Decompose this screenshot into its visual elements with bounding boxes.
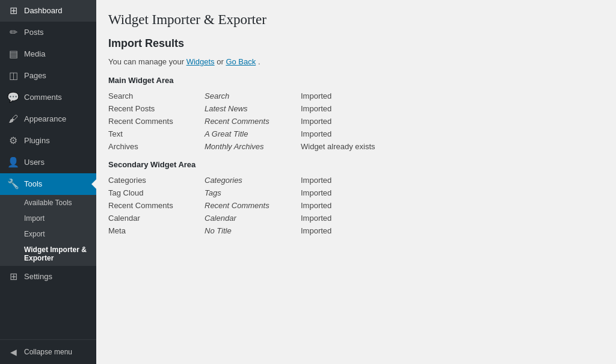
sidebar-item-dashboard[interactable]: ⊞ Dashboard <box>0 0 96 22</box>
settings-icon: ⊞ <box>7 271 19 283</box>
main-widget-table: SearchSearchImportedRecent PostsLatest N… <box>108 90 385 153</box>
sidebar-item-media[interactable]: ▤ Media <box>0 43 96 65</box>
widget-name: Recent Comments <box>205 115 301 128</box>
sidebar: ⊞ Dashboard ✏ Posts ▤ Media ◫ Pages 💬 Co… <box>0 0 96 364</box>
pages-icon: ◫ <box>7 70 19 82</box>
table-row: CategoriesCategoriesImported <box>108 174 385 187</box>
sidebar-item-label: Posts <box>24 27 44 38</box>
sidebar-item-label: Comments <box>24 92 62 103</box>
sidebar-item-users[interactable]: 👤 Users <box>0 152 96 173</box>
widget-name: Calendar <box>205 212 301 224</box>
table-row: Recent CommentsRecent CommentsImported <box>108 199 385 212</box>
widget-status: Imported <box>301 174 385 187</box>
sidebar-item-tools[interactable]: 🔧 Tools <box>0 173 96 195</box>
widget-type: Text <box>108 128 205 140</box>
submenu-available-tools[interactable]: Available Tools <box>0 195 96 211</box>
widget-type: Recent Comments <box>108 115 205 128</box>
widget-status: Imported <box>301 128 385 140</box>
widget-type: Recent Comments <box>108 199 205 212</box>
submenu-import[interactable]: Import <box>0 211 96 226</box>
widget-type: Meta <box>108 224 205 237</box>
dashboard-icon: ⊞ <box>7 5 19 17</box>
page-title: Widget Importer & Exporter <box>108 12 604 28</box>
widget-type: Calendar <box>108 212 205 224</box>
widget-status: Widget already exists <box>301 140 385 153</box>
posts-icon: ✏ <box>7 26 19 39</box>
table-row: MetaNo TitleImported <box>108 224 385 237</box>
widget-name: Categories <box>205 174 301 187</box>
sidebar-item-appearance[interactable]: 🖌 Appearance <box>0 108 96 130</box>
section-title: Import Results <box>108 37 604 50</box>
widget-status: Imported <box>301 115 385 128</box>
table-row: ArchivesMonthly ArchivesWidget already e… <box>108 140 385 153</box>
sidebar-item-label: Pages <box>24 70 46 81</box>
widget-type: Archives <box>108 140 205 153</box>
table-row: Tag CloudTagsImported <box>108 187 385 199</box>
widget-status: Imported <box>301 187 385 199</box>
sidebar-item-posts[interactable]: ✏ Posts <box>0 22 96 43</box>
widget-status: Imported <box>301 212 385 224</box>
tools-icon: 🔧 <box>7 178 19 190</box>
intro-suffix: . <box>258 57 260 66</box>
widget-status: Imported <box>301 102 385 115</box>
table-row: TextA Great TitleImported <box>108 128 385 140</box>
sidebar-item-label: Plugins <box>24 135 50 146</box>
widget-type: Categories <box>108 174 205 187</box>
table-row: CalendarCalendarImported <box>108 212 385 224</box>
sidebar-item-plugins[interactable]: ⚙ Plugins <box>0 130 96 152</box>
main-widget-area-title: Main Widget Area <box>108 76 604 85</box>
main-widget-area: Main Widget Area SearchSearchImportedRec… <box>108 76 604 153</box>
appearance-icon: 🖌 <box>7 113 19 125</box>
widget-type: Search <box>108 90 205 102</box>
widget-type: Tag Cloud <box>108 187 205 199</box>
widget-type: Recent Posts <box>108 102 205 115</box>
table-row: Recent PostsLatest NewsImported <box>108 102 385 115</box>
widget-name: Monthly Archives <box>205 140 301 153</box>
sidebar-item-pages[interactable]: ◫ Pages <box>0 65 96 87</box>
collapse-menu-button[interactable]: ◀ Collapse menu <box>0 339 96 364</box>
intro-prefix: You can manage your <box>108 57 186 66</box>
widget-name: Recent Comments <box>205 199 301 212</box>
widget-status: Imported <box>301 199 385 212</box>
sidebar-item-label: Media <box>24 49 45 60</box>
widget-name: No Title <box>205 224 301 237</box>
go-back-link[interactable]: Go Back <box>226 57 256 66</box>
sidebar-item-settings[interactable]: ⊞ Settings <box>0 266 96 288</box>
sidebar-item-label: Settings <box>24 271 52 282</box>
media-icon: ▤ <box>7 48 19 60</box>
intro-paragraph: You can manage your Widgets or Go Back . <box>108 57 604 66</box>
collapse-label: Collapse menu <box>24 348 72 356</box>
secondary-widget-area: Secondary Widget Area CategoriesCategori… <box>108 160 604 237</box>
sidebar-item-label: Appearance <box>24 114 66 125</box>
sidebar-item-label: Dashboard <box>24 5 63 16</box>
widget-status: Imported <box>301 90 385 102</box>
tools-submenu: Available Tools Import Export Widget Imp… <box>0 195 96 266</box>
widget-status: Imported <box>301 224 385 237</box>
comments-icon: 💬 <box>7 91 19 103</box>
table-row: Recent CommentsRecent CommentsImported <box>108 115 385 128</box>
intro-separator: or <box>217 57 226 66</box>
secondary-widget-area-title: Secondary Widget Area <box>108 160 604 169</box>
widgets-link[interactable]: Widgets <box>186 57 215 66</box>
widget-name: A Great Title <box>205 128 301 140</box>
widget-name: Search <box>205 90 301 102</box>
table-row: SearchSearchImported <box>108 90 385 102</box>
widget-name: Tags <box>205 187 301 199</box>
widget-name: Latest News <box>205 102 301 115</box>
plugins-icon: ⚙ <box>7 135 19 147</box>
submenu-widget-importer[interactable]: Widget Importer & Exporter <box>0 242 96 266</box>
secondary-widget-table: CategoriesCategoriesImportedTag CloudTag… <box>108 174 385 237</box>
sidebar-item-label: Tools <box>24 179 42 190</box>
users-icon: 👤 <box>7 156 19 168</box>
submenu-export[interactable]: Export <box>0 226 96 242</box>
collapse-icon: ◀ <box>7 346 19 358</box>
sidebar-item-comments[interactable]: 💬 Comments <box>0 87 96 108</box>
main-content: Widget Importer & Exporter Import Result… <box>96 0 616 364</box>
sidebar-item-label: Users <box>24 157 45 168</box>
